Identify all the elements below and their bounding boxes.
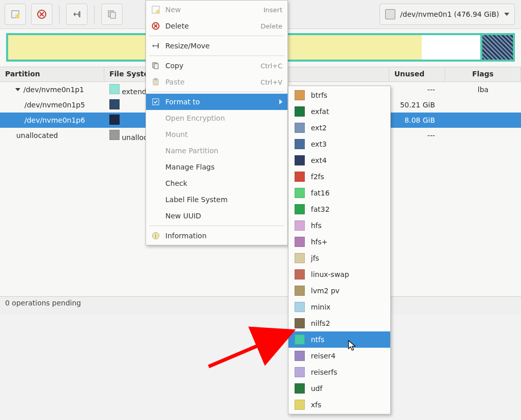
format-option-lvm2-pv[interactable]: lvm2 pv: [288, 283, 390, 299]
new-partition-button[interactable]: [5, 4, 26, 25]
svg-text:i: i: [155, 233, 157, 239]
format-option-reiser4[interactable]: reiser4: [288, 348, 390, 364]
blank-icon: [151, 162, 160, 172]
format-label: ntfs: [311, 335, 325, 344]
menu-item-copy[interactable]: CopyCtrl+C: [146, 58, 287, 74]
format-option-btrfs[interactable]: btrfs: [288, 87, 390, 103]
format-option-udf[interactable]: udf: [288, 380, 390, 397]
status-text: 0 operations pending: [5, 299, 81, 307]
fs-swatch-icon: [295, 383, 305, 394]
format-option-reiserfs[interactable]: reiserfs: [288, 364, 390, 380]
menu-item-accel: Ctrl+V: [260, 78, 282, 86]
menu-item-label-file-system[interactable]: Label File System: [146, 191, 287, 208]
format-label: linux-swap: [311, 270, 349, 278]
menu-item-label: Open Encryption: [165, 114, 282, 122]
menu-item-manage-flags[interactable]: Manage Flags: [146, 159, 287, 175]
cell-partition: /dev/nvme0n1p5: [0, 101, 104, 109]
format-label: fat16: [311, 189, 330, 197]
format-option-ext2[interactable]: ext2: [288, 120, 390, 136]
format-label: udf: [311, 384, 323, 393]
fs-swatch-icon: [109, 99, 120, 109]
format-option-ntfs[interactable]: ntfs: [288, 331, 390, 348]
menu-item-format-to[interactable]: Format to: [146, 94, 287, 110]
partition-name: unallocated: [16, 131, 58, 139]
format-option-hfs[interactable]: hfs: [288, 217, 390, 234]
format-label: hfs: [311, 221, 322, 230]
col-partition[interactable]: Partition: [0, 67, 104, 81]
format-option-fat32[interactable]: fat32: [288, 201, 390, 217]
menu-item-accel: Ctrl+C: [260, 62, 282, 70]
format-label: jfs: [311, 254, 319, 262]
fs-swatch-icon: [295, 106, 305, 117]
partition-name: /dev/nvme0n1p1: [23, 86, 84, 94]
partition-name: /dev/nvme0n1p6: [24, 116, 85, 124]
fs-swatch-icon: [295, 188, 305, 198]
format-option-jfs[interactable]: jfs: [288, 250, 390, 266]
menu-item-label: Delete: [165, 22, 255, 30]
menu-item-label: Mount: [165, 130, 282, 138]
format-option-minix[interactable]: minix: [288, 299, 390, 315]
menu-item-new-uuid[interactable]: New UUID: [146, 208, 287, 224]
menu-item-resize-move[interactable]: Resize/Move: [146, 38, 287, 54]
fs-swatch-icon: [295, 286, 305, 296]
delete-partition-button[interactable]: [31, 4, 52, 25]
svg-rect-5: [79, 11, 80, 17]
partition-name: /dev/nvme0n1p5: [24, 101, 85, 109]
format-option-hfs-[interactable]: hfs+: [288, 234, 390, 250]
info-icon: i: [151, 231, 160, 240]
format-label: lvm2 pv: [311, 287, 339, 295]
col-unused[interactable]: Unused: [389, 67, 445, 81]
expander-icon[interactable]: [15, 88, 20, 91]
fs-swatch-icon: [295, 237, 305, 247]
copy-button[interactable]: [101, 4, 123, 25]
menu-item-delete[interactable]: DeleteDelete: [146, 18, 287, 34]
svg-point-1: [15, 14, 19, 18]
fs-swatch-icon: [295, 400, 305, 410]
menu-item-label: Paste: [165, 78, 255, 86]
fs-swatch-icon: [295, 90, 305, 100]
blank-icon: [151, 211, 160, 220]
format-submenu: btrfsexfatext2ext3ext4f2fsfat16fat32hfsh…: [288, 86, 391, 414]
svg-rect-15: [154, 64, 158, 69]
menu-item-new: NewInsert: [146, 2, 287, 18]
fs-swatch-icon: [109, 115, 120, 125]
format-label: ext3: [311, 140, 327, 148]
fs-swatch-icon: [295, 302, 305, 312]
format-option-xfs[interactable]: xfs: [288, 397, 390, 413]
format-label: ext4: [311, 156, 327, 164]
format-label: xfs: [311, 401, 322, 409]
cell-unused: 50.21 GiB: [389, 101, 445, 109]
fs-swatch-icon: [295, 220, 305, 231]
format-option-exfat[interactable]: exfat: [288, 103, 390, 120]
device-selector[interactable]: /dev/nvme0n1 (476.94 GiB): [380, 4, 515, 25]
format-option-linux-swap[interactable]: linux-swap: [288, 266, 390, 283]
menu-item-label: Copy: [165, 62, 255, 70]
menu-item-label: Resize/Move: [165, 42, 282, 50]
col-flags[interactable]: Flags: [445, 67, 521, 81]
format-option-ext3[interactable]: ext3: [288, 136, 390, 152]
format-label: minix: [311, 303, 331, 311]
menu-item-label: Format to: [165, 98, 274, 106]
resize-move-button[interactable]: [66, 4, 88, 25]
fs-swatch-icon: [295, 155, 305, 165]
menu-item-label: Manage Flags: [165, 163, 282, 171]
menu-item-check[interactable]: Check: [146, 175, 287, 191]
format-label: fat32: [311, 205, 330, 213]
disk-icon: [385, 9, 395, 19]
format-option-ext4[interactable]: ext4: [288, 152, 390, 169]
format-label: ext2: [311, 124, 327, 132]
fs-swatch-icon: [295, 204, 305, 214]
menu-item-label: New: [165, 6, 258, 14]
new-icon: [11, 10, 20, 19]
cell-partition: /dev/nvme0n1p1: [0, 86, 104, 94]
format-option-nilfs2[interactable]: nilfs2: [288, 315, 390, 331]
app-window: /dev/nvme0n1 (476.94 GiB) Partition File…: [0, 0, 521, 420]
menu-item-accel: Insert: [264, 6, 282, 14]
menu-item-information[interactable]: iInformation: [146, 228, 287, 244]
format-option-f2fs[interactable]: f2fs: [288, 169, 390, 185]
format-option-fat16[interactable]: fat16: [288, 185, 390, 201]
resize-icon: [72, 9, 82, 19]
blank-icon: [151, 146, 160, 155]
menu-separator: [149, 36, 284, 36]
fs-swatch-icon: [295, 351, 305, 361]
